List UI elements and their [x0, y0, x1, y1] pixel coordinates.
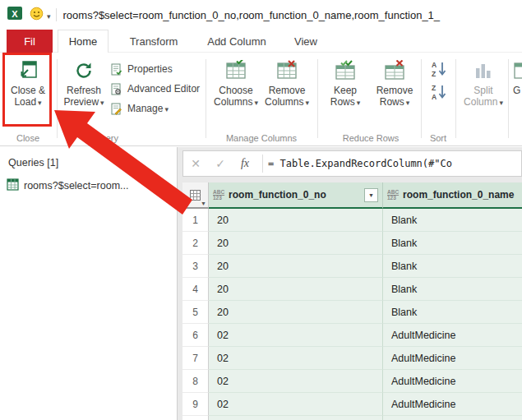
advanced-editor-icon: [110, 83, 122, 95]
keep-rows-label-1: Keep: [334, 85, 357, 96]
dropdown-caret-icon: [355, 96, 361, 108]
query-list-item[interactable]: rooms?$select=room...: [0, 175, 177, 196]
cell-room-function-name[interactable]: AdultMedicine: [383, 324, 522, 347]
datatype-any-icon[interactable]: ABC123: [213, 189, 224, 201]
titlebar-divider: [56, 8, 57, 21]
cell-room-function-no[interactable]: 20: [209, 278, 383, 301]
cell-room-function-no[interactable]: 02: [209, 370, 383, 393]
row-number[interactable]: 2: [182, 232, 209, 255]
cell-room-function-name[interactable]: Blank: [383, 301, 522, 324]
tab-transform[interactable]: Transform: [122, 30, 186, 53]
ribbon-group-close: Close: [5, 133, 51, 143]
properties-button[interactable]: Properties: [110, 61, 173, 77]
corner-dropdown-caret-icon: ▼: [201, 201, 206, 206]
cell-room-function-no[interactable]: 02: [209, 393, 383, 416]
row-number[interactable]: 7: [182, 347, 209, 370]
remove-rows-label-2: Rows: [380, 96, 410, 108]
choose-columns-button[interactable]: Choose Columns: [212, 58, 260, 128]
cell-room-function-name[interactable]: Blank: [383, 255, 522, 278]
cell-room-function-no[interactable]: 20: [209, 232, 383, 255]
column-header-room-function-no[interactable]: ABC123 room_function_0_no ▼: [209, 182, 383, 209]
formula-bar: ✕ ✓ fx = Table.ExpandRecordColumn(#"Co: [182, 150, 522, 177]
properties-label: Properties: [127, 63, 173, 75]
properties-icon: [110, 63, 122, 76]
cell-room-function-name[interactable]: AdultMedicine: [383, 370, 522, 393]
refresh-icon: [73, 60, 95, 81]
cell-room-function-no[interactable]: 02: [209, 347, 383, 370]
cell-room-function-name[interactable]: AdultMedicine: [383, 416, 522, 420]
sort-za-icon: ZA: [429, 83, 449, 101]
column-header-room-function-name[interactable]: ABC123 room_function_0_name ▼: [383, 182, 522, 209]
cancel-formula-icon[interactable]: ✕: [183, 157, 208, 170]
dropdown-caret-icon: [303, 96, 309, 108]
row-number[interactable]: 4: [182, 278, 209, 301]
datatype-any-icon[interactable]: ABC123: [387, 189, 399, 201]
table-row: 5 20 Blank: [182, 301, 522, 324]
smiley-feedback-icon[interactable]: [30, 7, 44, 24]
quick-access-dropdown-icon[interactable]: [45, 7, 51, 22]
cell-room-function-name[interactable]: AdultMedicine: [383, 347, 522, 370]
cell-room-function-no[interactable]: 20: [209, 301, 383, 324]
remove-columns-label-1: Remove: [269, 85, 306, 96]
table-row: 1 20 Blank: [182, 209, 522, 232]
cell-room-function-no[interactable]: 20: [209, 209, 383, 232]
power-query-editor-window: X rooms?$select=room_function_0_no,room_…: [0, 0, 522, 420]
keep-rows-button[interactable]: Keep Rows: [324, 58, 367, 128]
row-number[interactable]: 9: [182, 393, 209, 416]
fx-icon[interactable]: fx: [233, 157, 257, 170]
choose-columns-label-1: Choose: [219, 85, 252, 96]
table-corner-icon: [190, 190, 201, 201]
cell-room-function-no[interactable]: 20: [209, 255, 383, 278]
dropdown-caret-icon: [163, 103, 169, 114]
row-number[interactable]: 8: [182, 370, 209, 393]
table-row: 7 02 AdultMedicine: [182, 347, 522, 370]
split-column-button[interactable]: Split Column: [460, 58, 506, 128]
select-all-corner-button[interactable]: ▼: [182, 182, 209, 209]
formula-input[interactable]: = Table.ExpandRecordColumn(#"Co: [268, 158, 452, 169]
data-preview-grid: ▼ ABC123 room_function_0_no ▼ ABC123 roo…: [182, 182, 522, 420]
svg-text:A: A: [432, 61, 437, 69]
remove-columns-label-2: Columns: [265, 96, 309, 108]
split-column-icon: [473, 60, 494, 81]
cell-room-function-name[interactable]: Blank: [383, 209, 522, 232]
tab-add-column[interactable]: Add Column: [201, 30, 273, 53]
svg-text:X: X: [12, 9, 18, 19]
tab-file[interactable]: Fil: [7, 30, 53, 53]
query-item-label: rooms?$select=room...: [24, 180, 128, 192]
cell-room-function-name[interactable]: Blank: [383, 278, 522, 301]
remove-rows-label-1: Remove: [376, 85, 413, 96]
row-number[interactable]: 10: [182, 416, 209, 420]
cell-room-function-no[interactable]: 02: [209, 416, 383, 420]
refresh-preview-button[interactable]: Refresh Preview: [61, 58, 107, 128]
ribbon-separator: [206, 59, 206, 138]
ribbon-group-query: Query: [61, 133, 151, 143]
cell-room-function-name[interactable]: Blank: [383, 232, 522, 255]
ribbon-tab-strip: Fil Home Transform Add Column View: [0, 30, 522, 53]
row-number[interactable]: 1: [182, 209, 209, 232]
cell-room-function-no[interactable]: 02: [209, 324, 383, 347]
remove-rows-button[interactable]: Remove Rows: [372, 58, 418, 128]
dropdown-caret-icon: [99, 96, 104, 108]
annotation-highlight-rectangle: [2, 53, 52, 127]
queries-panel-header[interactable]: Queries [1]: [0, 147, 177, 175]
sort-descending-button[interactable]: ZA: [427, 82, 450, 102]
ribbon-separator: [508, 59, 509, 138]
row-number[interactable]: 6: [182, 324, 209, 347]
svg-text:Z: Z: [432, 70, 436, 78]
table-row: 2 20 Blank: [182, 232, 522, 255]
sort-ascending-button[interactable]: AZ: [427, 59, 450, 79]
advanced-editor-button[interactable]: Advanced Editor: [110, 81, 200, 97]
row-number[interactable]: 5: [182, 301, 209, 324]
cell-room-function-name[interactable]: AdultMedicine: [383, 393, 522, 416]
group-by-button[interactable]: G: [513, 58, 522, 128]
tab-view[interactable]: View: [286, 30, 326, 53]
remove-columns-button[interactable]: Remove Columns: [263, 58, 311, 128]
commit-formula-icon[interactable]: ✓: [208, 157, 233, 170]
row-number[interactable]: 3: [182, 255, 209, 278]
manage-button[interactable]: Manage: [110, 100, 169, 117]
title-bar: X rooms?$select=room_function_0_no,room_…: [0, 0, 522, 30]
split-column-label-1: Split: [473, 85, 492, 96]
column-filter-button[interactable]: ▼: [364, 188, 378, 202]
ribbon-separator: [421, 59, 422, 138]
tab-home[interactable]: Home: [58, 30, 109, 53]
